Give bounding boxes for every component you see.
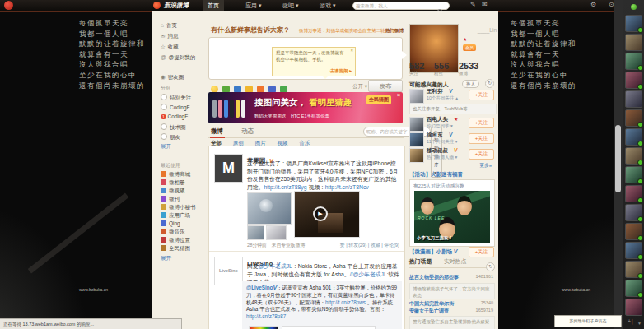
group-coding-2[interactable]: 1 CodingF... xyxy=(161,114,192,119)
contact-avatar[interactable] xyxy=(625,166,642,183)
quoted-author[interactable]: @LiveSino xyxy=(246,285,273,290)
tab-weibo[interactable]: 微博 xyxy=(211,127,223,136)
weibo-logo-text[interactable]: 新浪微博 xyxy=(164,2,189,10)
post-time[interactable]: 28分钟前 xyxy=(247,243,267,248)
follow-button[interactable]: +关注 xyxy=(469,118,494,128)
person-name[interactable]: 移动叔叔 xyxy=(427,147,448,155)
app-item[interactable]: 微博小秘书 xyxy=(161,204,196,211)
post-photo-thumb[interactable] xyxy=(247,192,292,225)
sidebar-item-close-friends[interactable]: ◉密友圈 xyxy=(161,74,184,81)
contact-avatar[interactable] xyxy=(625,280,642,297)
app-item[interactable]: 应用广场 xyxy=(161,212,190,220)
topics-refresh-icon[interactable]: ↻ xyxy=(486,262,495,271)
contact-avatar[interactable] xyxy=(625,109,642,127)
topic-link[interactable]: 中国大妈完胜华尔街 xyxy=(409,300,454,308)
activity-card[interactable]: 有225人对此活动感兴趣 ROCK LEE 小李飞刀三连发！ xyxy=(409,179,495,247)
visibility-dropdown[interactable]: 公开 ▾ xyxy=(352,83,367,90)
tooltip-close-icon[interactable]: × xyxy=(350,48,353,54)
group-friends[interactable]: 朋友 xyxy=(161,133,180,141)
post-source[interactable]: 来自专业版微博 xyxy=(272,243,306,248)
activity-image[interactable]: ROCK LEE 小李飞刀三连发！ xyxy=(414,191,490,243)
avatar[interactable]: M xyxy=(214,154,243,183)
following-count[interactable]: 582 xyxy=(409,61,424,71)
avatar[interactable] xyxy=(409,148,424,163)
compose-icon[interactable]: ✎ xyxy=(470,1,476,8)
shuffle-people-button[interactable]: 换人 xyxy=(462,80,479,88)
contact-avatar[interactable] xyxy=(625,53,642,70)
comment-action[interactable]: 评论(9) xyxy=(384,243,399,248)
sina-logo-icon[interactable] xyxy=(4,1,13,10)
activity-title-link[interactable]: 【活动】火影迷有福音 xyxy=(409,171,463,178)
more-people-link[interactable]: 更多» xyxy=(479,162,492,169)
add-contact-icon[interactable]: +∣ xyxy=(628,318,634,325)
group-special-follow[interactable]: 特别关注 xyxy=(161,94,191,102)
post-link[interactable]: http://t.cn/zT8Ncv xyxy=(325,184,369,190)
tab-realtime[interactable]: 实时热点 xyxy=(444,257,466,266)
publish-button[interactable]: 发布 xyxy=(368,80,403,92)
weibo-eye-icon[interactable] xyxy=(153,2,161,9)
topic-link[interactable]: 安徽女子坠亡调查 xyxy=(409,308,449,315)
person-name[interactable]: 王利芬 xyxy=(427,88,443,95)
quoted-color-thumb[interactable] xyxy=(249,326,278,329)
activity-account-link[interactable]: 【微漫画】小剧场 V xyxy=(409,248,457,256)
post-small-thumb[interactable] xyxy=(266,225,287,240)
browser-scrollbar[interactable] xyxy=(614,0,623,329)
contact-avatar[interactable] xyxy=(625,204,642,221)
app-item[interactable]: 微相册 xyxy=(161,179,185,187)
contact-avatar[interactable] xyxy=(625,34,642,51)
refresh-icon[interactable]: ↻ xyxy=(485,79,494,88)
contact-avatar[interactable] xyxy=(625,15,642,32)
weibo-count[interactable]: 2533 xyxy=(459,61,478,71)
app-item[interactable]: 微视频 xyxy=(161,188,185,195)
contact-avatar[interactable] xyxy=(625,261,642,278)
app-item[interactable]: 微音乐 xyxy=(161,229,185,236)
filter-video[interactable]: 视频 xyxy=(277,140,287,146)
avatar[interactable]: LiveSino xyxy=(214,257,243,285)
follow-button[interactable]: +关注 xyxy=(469,247,494,257)
contact-avatar[interactable] xyxy=(625,185,642,202)
scroll-down-icon[interactable]: ▼ xyxy=(637,321,642,326)
settings-gear-icon[interactable]: ⚙ xyxy=(590,1,596,8)
sidebar-item-mentions[interactable]: @@提到我的 xyxy=(161,54,195,62)
sidebar-item-favorites[interactable]: ☆收藏 xyxy=(161,44,179,51)
followers-count[interactable]: 556 xyxy=(434,61,449,71)
play-icon[interactable]: ▶ xyxy=(313,206,328,221)
quoted-post[interactable]: @LiveSinoV：诺基亚宣布 Asha 501：3英寸触控屏，价格约为99刀… xyxy=(242,281,402,329)
person-name[interactable]: 徐向东 xyxy=(427,132,443,139)
post-small-thumb[interactable] xyxy=(247,225,264,240)
quoted-link[interactable]: http://t.cn/z78pws xyxy=(325,299,366,305)
avatar[interactable] xyxy=(409,132,424,147)
tab-activity[interactable]: 动态 xyxy=(241,127,254,136)
quoted-link[interactable]: http://t.cn/z78p87 xyxy=(246,313,286,319)
promo-link[interactable]: 热门微博 xyxy=(385,28,404,34)
app-item[interactable]: Qing xyxy=(161,220,180,226)
like-action[interactable]: 赞 xyxy=(340,243,345,248)
follow-button[interactable]: +关注 xyxy=(469,149,494,160)
sidebar-item-home[interactable]: ⌂首页 xyxy=(161,22,177,30)
repost-action[interactable]: 转发(29) xyxy=(348,243,366,248)
filter-original[interactable]: 原创 xyxy=(233,140,244,146)
contact-avatar[interactable] xyxy=(625,223,642,240)
person-name[interactable]: 西电大头 xyxy=(427,116,448,123)
favorite-action[interactable]: 收藏 xyxy=(371,243,380,248)
filter-music[interactable]: 音乐 xyxy=(299,140,310,146)
filter-image[interactable]: 图片 xyxy=(255,140,266,146)
post-video-thumb[interactable]: ▶ xyxy=(294,191,360,238)
avatar[interactable] xyxy=(409,117,424,132)
person-relation[interactable]: 热门微博人物 ▾ xyxy=(427,155,457,160)
nav-weiba[interactable]: 微吧 ▾ xyxy=(278,0,303,11)
group-coding-1[interactable]: CodingF... xyxy=(161,104,194,110)
contact-avatar[interactable] xyxy=(625,147,642,164)
repost-chain-link[interactable]: //@少年老成JL xyxy=(350,271,387,277)
global-search-input[interactable] xyxy=(352,2,450,10)
person-relation[interactable]: 11个共同关注 ▾ xyxy=(427,139,458,145)
promo-text[interactable]: 微博万事通：刘德华成都演唱会自主第二轮特价中 xyxy=(299,28,399,34)
contact-avatar[interactable] xyxy=(625,128,642,146)
contact-avatar[interactable] xyxy=(625,299,642,316)
avatar[interactable] xyxy=(409,89,424,104)
contact-avatar[interactable] xyxy=(625,242,642,259)
tab-hot-topics[interactable]: 热门话题 xyxy=(409,257,432,266)
tooltip-link[interactable]: 去凑热闹 ▸ xyxy=(330,68,352,75)
follow-button[interactable]: +关注 xyxy=(469,90,494,100)
nav-apps[interactable]: 应用 ▾ xyxy=(240,0,266,11)
